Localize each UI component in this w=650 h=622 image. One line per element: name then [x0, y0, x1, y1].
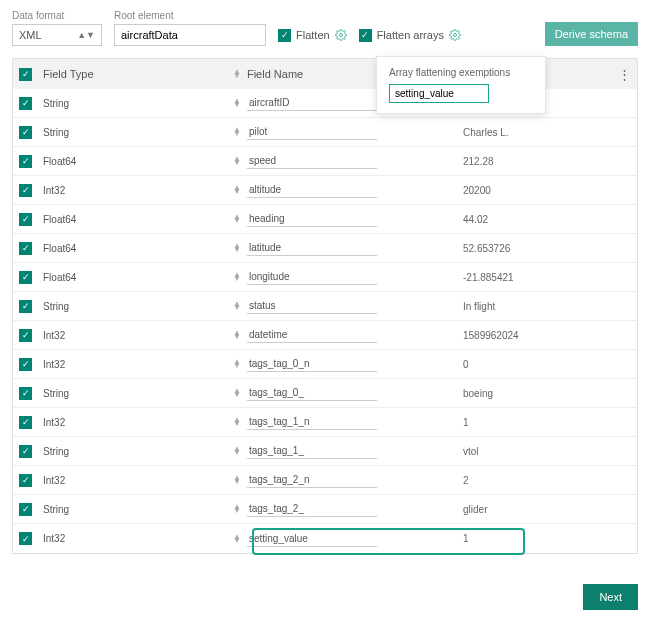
field-name-cell[interactable]: heading [247, 211, 377, 227]
flatten-check-group: ✓ Flatten [278, 24, 347, 46]
field-name-cell[interactable]: altitude [247, 182, 377, 198]
header-checkbox[interactable]: ✓ [19, 68, 32, 81]
field-name-cell[interactable]: status [247, 298, 377, 314]
field-value-cell: 0 [463, 359, 631, 370]
flatten-checkbox[interactable]: ✓ [278, 29, 291, 42]
field-type-cell: Float64 [43, 272, 76, 283]
root-element-group: Root element [114, 10, 266, 46]
exemption-input[interactable] [389, 84, 489, 103]
field-value-cell: glider [463, 504, 631, 515]
row-checkbox[interactable]: ✓ [19, 271, 32, 284]
row-checkbox[interactable]: ✓ [19, 358, 32, 371]
sort-icon[interactable]: ▲▼ [233, 157, 241, 165]
row-checkbox[interactable]: ✓ [19, 97, 32, 110]
row-checkbox[interactable]: ✓ [19, 329, 32, 342]
gear-icon[interactable] [335, 29, 347, 41]
table-row: ✓Int32▲▼altitude20200 [13, 176, 637, 205]
table-row: ✓String▲▼tags_tag_1_vtol [13, 437, 637, 466]
field-name-cell[interactable]: datetime [247, 327, 377, 343]
sort-icon[interactable]: ▲▼ [233, 128, 241, 136]
row-checkbox[interactable]: ✓ [19, 126, 32, 139]
row-checkbox[interactable]: ✓ [19, 416, 32, 429]
data-format-value: XML [19, 29, 42, 41]
field-name-cell[interactable]: tags_tag_1_n [247, 414, 377, 430]
gear-icon[interactable] [449, 29, 461, 41]
derive-schema-button[interactable]: Derive schema [545, 22, 638, 46]
field-type-header: Field Type [43, 68, 94, 80]
kebab-menu-icon[interactable]: ⋮ [618, 67, 631, 82]
flatten-arrays-label: Flatten arrays [377, 29, 444, 41]
field-name-header: Field Name [247, 68, 303, 80]
root-element-input[interactable] [114, 24, 266, 46]
sort-icon[interactable]: ▲▼ [233, 447, 241, 455]
sort-icon[interactable]: ▲▼ [233, 535, 241, 543]
next-button[interactable]: Next [583, 584, 638, 610]
field-name-cell[interactable]: latitude [247, 240, 377, 256]
field-name-cell[interactable]: tags_tag_2_n [247, 472, 377, 488]
field-value-cell: vtol [463, 446, 631, 457]
row-checkbox[interactable]: ✓ [19, 445, 32, 458]
field-type-cell: Int32 [43, 533, 65, 544]
field-type-cell: String [43, 388, 69, 399]
field-name-cell[interactable]: tags_tag_0_ [247, 385, 377, 401]
sort-icon[interactable]: ▲▼ [233, 186, 241, 194]
table-row: ✓Float64▲▼speed212.28 [13, 147, 637, 176]
sort-icon[interactable]: ▲▼ [233, 70, 241, 78]
field-type-cell: Int32 [43, 359, 65, 370]
row-checkbox[interactable]: ✓ [19, 387, 32, 400]
field-name-cell[interactable]: tags_tag_2_ [247, 501, 377, 517]
row-checkbox[interactable]: ✓ [19, 242, 32, 255]
field-name-cell[interactable]: speed [247, 153, 377, 169]
sort-icon[interactable]: ▲▼ [233, 273, 241, 281]
svg-point-1 [453, 34, 456, 37]
field-type-cell: Int32 [43, 417, 65, 428]
field-value-cell: 20200 [463, 185, 631, 196]
table-row: ✓Float64▲▼heading44.02 [13, 205, 637, 234]
sort-icon[interactable]: ▲▼ [233, 476, 241, 484]
sort-icon[interactable]: ▲▼ [233, 99, 241, 107]
field-name-cell[interactable]: pilot [247, 124, 377, 140]
row-checkbox[interactable]: ✓ [19, 155, 32, 168]
row-checkbox[interactable]: ✓ [19, 300, 32, 313]
data-format-group: Data format XML ▲▼ [12, 10, 102, 46]
field-type-cell: String [43, 446, 69, 457]
field-value-cell: In flight [463, 301, 631, 312]
field-type-cell: String [43, 127, 69, 138]
field-name-cell[interactable]: setting_value [247, 531, 377, 547]
field-value-cell: 1 [463, 417, 631, 428]
field-value-cell: Charles L. [463, 127, 631, 138]
dropdown-icon: ▲▼ [77, 30, 95, 40]
sort-icon[interactable]: ▲▼ [233, 389, 241, 397]
row-checkbox[interactable]: ✓ [19, 474, 32, 487]
field-type-cell: Int32 [43, 185, 65, 196]
popover-title: Array flattening exemptions [389, 67, 533, 78]
sort-icon[interactable]: ▲▼ [233, 505, 241, 513]
field-type-cell: String [43, 98, 69, 109]
data-format-select[interactable]: XML ▲▼ [12, 24, 102, 46]
field-type-cell: Float64 [43, 156, 76, 167]
sort-icon[interactable]: ▲▼ [233, 215, 241, 223]
field-name-cell[interactable]: tags_tag_0_n [247, 356, 377, 372]
data-format-label: Data format [12, 10, 102, 21]
sort-icon[interactable]: ▲▼ [233, 244, 241, 252]
field-value-cell: 1 [463, 533, 631, 544]
flatten-label: Flatten [296, 29, 330, 41]
field-value-cell: -21.885421 [463, 272, 631, 283]
field-value-cell: boeing [463, 388, 631, 399]
row-checkbox[interactable]: ✓ [19, 184, 32, 197]
field-type-cell: Float64 [43, 243, 76, 254]
sort-icon[interactable]: ▲▼ [233, 360, 241, 368]
row-checkbox[interactable]: ✓ [19, 503, 32, 516]
flatten-arrays-checkbox[interactable]: ✓ [359, 29, 372, 42]
row-checkbox[interactable]: ✓ [19, 532, 32, 545]
sort-icon[interactable]: ▲▼ [233, 331, 241, 339]
table-row: ✓Int32▲▼tags_tag_1_n1 [13, 408, 637, 437]
sort-icon[interactable]: ▲▼ [233, 418, 241, 426]
field-name-cell[interactable]: aircraftID [247, 95, 377, 111]
row-checkbox[interactable]: ✓ [19, 213, 32, 226]
field-name-cell[interactable]: tags_tag_1_ [247, 443, 377, 459]
field-value-cell: 44.02 [463, 214, 631, 225]
sort-icon[interactable]: ▲▼ [233, 302, 241, 310]
field-value-cell: 52.653726 [463, 243, 631, 254]
field-name-cell[interactable]: longitude [247, 269, 377, 285]
